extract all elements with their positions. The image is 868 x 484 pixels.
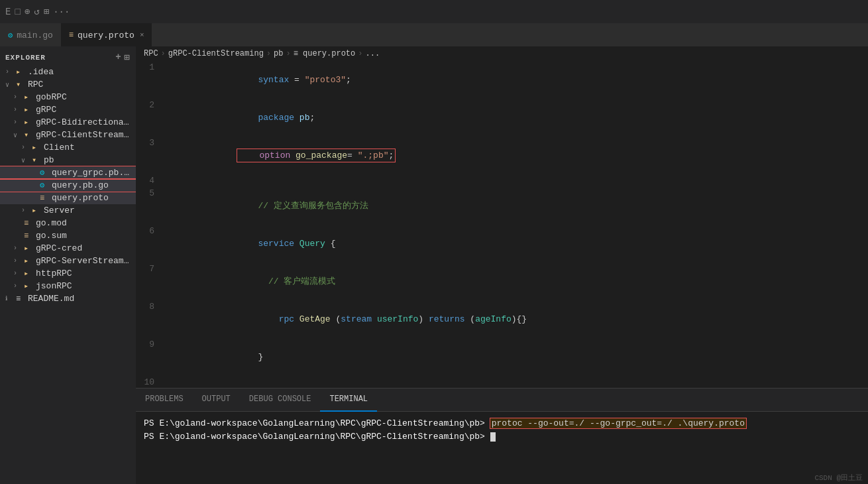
tabs-bar: ⚙ main.go ≡ query.proto × — [0, 23, 868, 46]
arrow-icon: › — [13, 282, 24, 290]
arrow-icon: › — [21, 144, 32, 151]
line-content — [162, 376, 868, 388]
sidebar-item-label: gobRPC — [36, 92, 67, 102]
sidebar-item-query-pb[interactable]: ⚙ query.pb.go — [0, 179, 136, 192]
sidebar-item-server[interactable]: › ▸ Server — [0, 204, 136, 217]
sidebar-item-gobrpc[interactable]: › ▸ gobRPC — [0, 91, 136, 103]
line-number: 10 — [136, 376, 162, 388]
sidebar-item-grpc[interactable]: › ▸ gRPC — [0, 103, 136, 116]
sidebar-item-gomod[interactable]: ≡ go.mod — [0, 217, 136, 229]
line-number: 6 — [136, 225, 162, 263]
tab-debug-label: DEBUG CONSOLE — [249, 394, 311, 404]
line-content: package pb; — [162, 99, 868, 137]
arrow-icon: › — [13, 270, 24, 277]
line-7: 7 // 客户端流模式 — [136, 263, 868, 300]
sidebar-item-httprpc[interactable]: › ▸ httpRPC — [0, 267, 136, 280]
folder-icon: ▸ — [32, 143, 44, 152]
explorer-icon[interactable]: E — [5, 7, 11, 17]
arrow-icon: › — [5, 68, 16, 76]
line-number: 9 — [136, 338, 162, 376]
proto-file-icon: ≡ — [40, 194, 52, 203]
tab-output[interactable]: OUTPUT — [193, 389, 240, 412]
sidebar-item-jsonrpc[interactable]: › ▸ jsonRPC — [0, 280, 136, 292]
arrow-icon: › — [13, 119, 24, 126]
new-folder-sidebar-icon[interactable]: ⊞ — [125, 52, 131, 63]
terminal-line-1: PS E:\goland-workspace\GolangLearning\RP… — [144, 417, 860, 430]
line-3: 3 option go_package= ".;pb"; — [136, 137, 868, 174]
tab-proto-icon: ≡ — [69, 30, 74, 40]
tab-query-proto[interactable]: ≡ query.proto × — [61, 23, 152, 46]
new-file-icon[interactable]: □ — [15, 7, 20, 17]
breadcrumb-query-proto: ≡ query.proto — [294, 49, 356, 58]
new-folder-icon[interactable]: ⊕ — [25, 6, 30, 17]
go-file-icon: ⚙ — [40, 168, 52, 178]
line-content: syntax = "proto3"; — [162, 61, 868, 99]
line-9: 9 } — [136, 338, 868, 376]
sidebar-item-grpc-client[interactable]: ∨ ▾ gRPC-ClientStreaming — [0, 129, 136, 141]
sidebar-item-idea[interactable]: › ▸ .idea — [0, 66, 136, 78]
tab-terminal[interactable]: TERMINAL — [320, 389, 377, 412]
arrow-icon: ∨ — [13, 131, 24, 139]
sum-file-icon: ≡ — [24, 231, 36, 241]
sidebar-header: Explorer + ⊞ — [0, 49, 136, 66]
line-number: 4 — [136, 174, 162, 187]
line-number: 5 — [136, 187, 162, 225]
sidebar-item-label: gRPC-BidirectionalSt... — [36, 117, 133, 127]
line-content — [162, 174, 868, 187]
terminal-prompt-1: PS E:\goland-workspace\GolangLearning\RP… — [144, 418, 485, 428]
sidebar-item-label: README.md — [28, 294, 74, 304]
sidebar-item-query-proto[interactable]: ≡ query.proto — [0, 192, 136, 204]
sidebar-item-rpc[interactable]: ∨ ▾ RPC — [0, 78, 136, 91]
tab-main-go[interactable]: ⚙ main.go — [0, 23, 61, 46]
sidebar-item-label: query_grpc.pb.go — [52, 168, 133, 178]
terminal-prompt-2: PS E:\goland-workspace\GolangLearning\RP… — [144, 432, 485, 442]
sidebar-item-gosum[interactable]: ≡ go.sum — [0, 229, 136, 242]
main-layout: Explorer + ⊞ › ▸ .idea ∨ ▾ RPC › ▸ gobRP… — [0, 46, 868, 484]
sidebar-item-query-grpc-pb[interactable]: ⚙ query_grpc.pb.go — [0, 166, 136, 179]
breadcrumb: RPC › gRPC-ClientStreaming › pb › ≡ quer… — [136, 46, 868, 61]
spacer: ℹ — [5, 295, 16, 302]
terminal-content[interactable]: PS E:\goland-workspace\GolangLearning\RP… — [136, 412, 868, 471]
code-table: 1 syntax = "proto3"; 2 package pb; — [136, 61, 868, 388]
tab-problems[interactable]: PROBLEMS — [136, 389, 193, 412]
activity-bar-icons[interactable]: E □ ⊕ ↺ ⊞ ··· — [5, 6, 70, 17]
sidebar-item-label: .idea — [28, 67, 54, 77]
line-number: 1 — [136, 61, 162, 99]
sidebar-item-grpc-cred[interactable]: › ▸ gRPC-cred — [0, 242, 136, 255]
tab-problems-label: PROBLEMS — [145, 394, 184, 404]
go-file-icon: ⚙ — [40, 180, 52, 190]
line-6: 6 service Query { — [136, 225, 868, 263]
sidebar-item-grpc-bidi[interactable]: › ▸ gRPC-BidirectionalSt... — [0, 116, 136, 129]
watermark: CSDN @田土豆 — [136, 471, 868, 484]
line-content: // 客户端流模式 — [162, 263, 868, 300]
more-icon[interactable]: ··· — [53, 7, 70, 17]
sidebar-item-readme[interactable]: ℹ ≡ README.md — [0, 292, 136, 305]
refresh-icon[interactable]: ↺ — [34, 6, 39, 17]
breadcrumb-pb: pb — [274, 49, 283, 58]
sidebar-item-client[interactable]: › ▸ Client — [0, 141, 136, 154]
new-file-sidebar-icon[interactable]: + — [115, 52, 121, 63]
explorer-label: Explorer — [5, 54, 46, 62]
sidebar-item-label: jsonRPC — [36, 281, 72, 291]
tab-main-go-label: main.go — [17, 30, 53, 40]
sidebar-item-grpc-server[interactable]: › ▸ gRPC-ServerStreami... — [0, 255, 136, 267]
tab-close-button[interactable]: × — [140, 31, 144, 39]
mod-file-icon: ≡ — [24, 219, 36, 228]
folder-icon: ▸ — [32, 206, 44, 215]
arrow-icon: › — [13, 106, 24, 113]
line-content: } — [162, 338, 868, 376]
tab-debug-console[interactable]: DEBUG CONSOLE — [240, 389, 321, 412]
line-number: 7 — [136, 263, 162, 300]
sidebar-item-pb[interactable]: ∨ ▾ pb — [0, 154, 136, 166]
sidebar-header-icons[interactable]: + ⊞ — [115, 52, 131, 63]
sidebar-item-label: gRPC-cred — [36, 243, 82, 253]
line-content: option go_package= ".;pb"; — [162, 137, 868, 174]
line-10: 10 — [136, 376, 868, 388]
collapse-icon[interactable]: ⊞ — [44, 6, 49, 17]
md-file-icon: ≡ — [16, 294, 28, 304]
breadcrumb-rpc: RPC — [144, 49, 158, 58]
folder-icon: ▸ — [24, 269, 36, 278]
folder-icon: ▾ — [32, 155, 44, 165]
code-editor[interactable]: 1 syntax = "proto3"; 2 package pb; — [136, 61, 868, 388]
line-8: 8 rpc GetAge (stream userInfo) returns (… — [136, 300, 868, 338]
